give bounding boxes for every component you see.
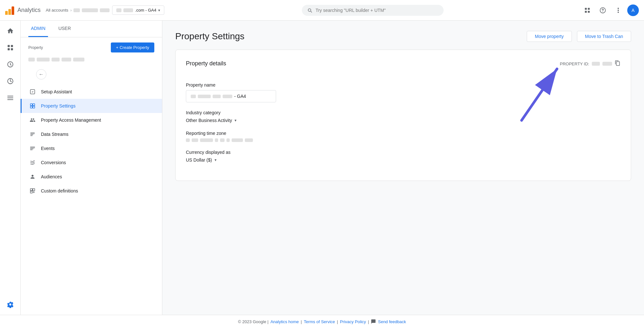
more-icon-btn[interactable] — [612, 4, 625, 17]
svg-rect-10 — [11, 45, 13, 47]
nav-item-custom-definitions[interactable]: Custom definitions — [21, 184, 162, 198]
grid-icon-btn[interactable] — [581, 4, 594, 17]
svg-rect-21 — [33, 189, 35, 191]
property-header: Property + Create Property — [21, 37, 162, 55]
svg-rect-3 — [588, 11, 590, 13]
create-property-button[interactable]: + Create Property — [111, 42, 154, 52]
nav-section: Setup Assistant Property Settings — [21, 85, 162, 198]
nav-item-events[interactable]: Events — [21, 141, 162, 155]
sidebar-icon-reports[interactable] — [3, 40, 18, 55]
svg-point-5 — [602, 11, 603, 12]
nav-label-events: Events — [41, 146, 55, 151]
move-property-button[interactable]: Move property — [527, 31, 572, 42]
header-buttons: Move property Move to Trash Can — [527, 31, 631, 42]
breadcrumb-account-blurred-3 — [100, 8, 110, 12]
property-label: Property — [28, 45, 43, 50]
nav-label-property-access: Property Access Management — [41, 117, 101, 123]
property-name-input[interactable]: - GA4 — [186, 90, 276, 102]
nav-item-data-streams[interactable]: Data Streams — [21, 127, 162, 141]
property-name-label: Property name — [186, 82, 620, 88]
property-name-blurred-1 — [28, 58, 35, 61]
currency-field: Currency displayed as US Dollar ($) ▾ — [186, 150, 620, 163]
terms-of-service-link[interactable]: Terms of Service — [304, 319, 335, 324]
breadcrumb-all-accounts: All accounts — [46, 8, 68, 13]
move-trash-button[interactable]: Move to Trash Can — [577, 31, 631, 42]
tab-user[interactable]: USER — [56, 21, 73, 37]
copy-icon — [615, 60, 620, 66]
tz-blurred-2 — [192, 138, 198, 142]
footer-sep-1: | — [301, 319, 302, 324]
custom-definitions-icon — [29, 188, 36, 194]
list-icon — [7, 94, 14, 101]
svg-rect-22 — [30, 191, 32, 193]
property-name-suffix: .com - GA4 — [135, 8, 156, 13]
search-bar — [302, 5, 444, 16]
industry-category-dropdown[interactable]: Other Business Activity ▾ — [186, 118, 236, 123]
tz-blurred-5 — [220, 138, 225, 142]
left-sidebar — [0, 21, 21, 315]
sidebar-icon-list[interactable] — [3, 90, 18, 106]
main-layout: ADMIN USER Property + Create Property ← — [0, 21, 644, 315]
tz-blurred-6 — [226, 138, 230, 142]
industry-category-field: Industry category Other Business Activit… — [186, 110, 620, 123]
sidebar-icon-advertising[interactable] — [3, 73, 18, 89]
help-icon-btn[interactable] — [596, 4, 609, 17]
app-title: Analytics — [17, 7, 41, 14]
nav-label-audiences: Audiences — [41, 174, 62, 179]
industry-category-label: Industry category — [186, 110, 620, 115]
reporting-timezone-label: Reporting time zone — [186, 131, 620, 136]
svg-point-7 — [618, 10, 619, 11]
property-chevron-icon: ▾ — [158, 8, 160, 13]
logo-bars — [5, 6, 14, 15]
back-button[interactable]: ← — [36, 69, 46, 80]
field-blurred-1 — [191, 95, 196, 98]
sidebar-icon-home[interactable] — [3, 23, 18, 39]
more-vert-icon — [618, 7, 619, 14]
svg-rect-11 — [7, 48, 9, 50]
property-name-row — [21, 55, 162, 67]
nav-item-setup-assistant[interactable]: Setup Assistant — [21, 85, 162, 99]
advertising-icon — [7, 78, 14, 85]
svg-rect-2 — [585, 11, 587, 13]
footer-sep-3: | — [368, 319, 369, 324]
setup-assistant-icon — [29, 89, 36, 95]
footer-sep-2: | — [337, 319, 338, 324]
analytics-home-link[interactable]: Analytics home — [270, 319, 299, 324]
help-icon — [600, 7, 606, 14]
property-selector[interactable]: .com - GA4 ▾ — [112, 5, 164, 15]
tz-blurred-4 — [215, 138, 218, 142]
tz-blurred-3 — [200, 138, 213, 142]
sidebar-icon-explore[interactable] — [3, 57, 18, 72]
tz-blurred-1 — [186, 138, 190, 142]
tab-admin[interactable]: ADMIN — [28, 21, 48, 37]
copy-property-id-button[interactable] — [615, 60, 620, 67]
nav-item-conversions[interactable]: Conversions — [21, 155, 162, 170]
search-input[interactable] — [315, 8, 438, 13]
industry-category-value: Other Business Activity — [186, 118, 232, 123]
privacy-policy-link[interactable]: Privacy Policy — [340, 319, 366, 324]
svg-rect-18 — [30, 106, 32, 108]
tz-blurred-7 — [232, 138, 243, 142]
nav-label-custom-definitions: Custom definitions — [41, 188, 78, 193]
svg-rect-0 — [585, 8, 587, 10]
nav-item-property-access[interactable]: Property Access Management — [21, 113, 162, 127]
send-feedback-link[interactable]: Send feedback — [378, 319, 406, 324]
industry-category-chevron-icon: ▾ — [235, 118, 236, 123]
sidebar-icon-settings[interactable] — [3, 297, 18, 312]
content-header: Property Settings Move property Move to … — [175, 31, 631, 42]
nav-item-property-settings[interactable]: Property Settings — [21, 99, 162, 113]
svg-point-8 — [618, 12, 619, 13]
nav-item-audiences[interactable]: Audiences — [21, 170, 162, 184]
card-title: Property details — [186, 60, 226, 67]
property-name-blurred-3 — [52, 58, 60, 61]
property-icon-blurred — [116, 8, 121, 12]
avatar[interactable]: A — [627, 5, 639, 16]
property-name-ga4: - GA4 — [234, 94, 246, 99]
search-icon — [307, 7, 312, 13]
top-header: Analytics All accounts › .com - GA4 ▾ — [0, 0, 644, 21]
audiences-icon — [29, 173, 36, 180]
property-name-blurred-1 — [123, 8, 133, 12]
currency-dropdown[interactable]: US Dollar ($) ▾ — [186, 157, 216, 163]
svg-rect-12 — [11, 48, 13, 50]
property-id-row: PROPERTY ID: — [560, 60, 620, 67]
